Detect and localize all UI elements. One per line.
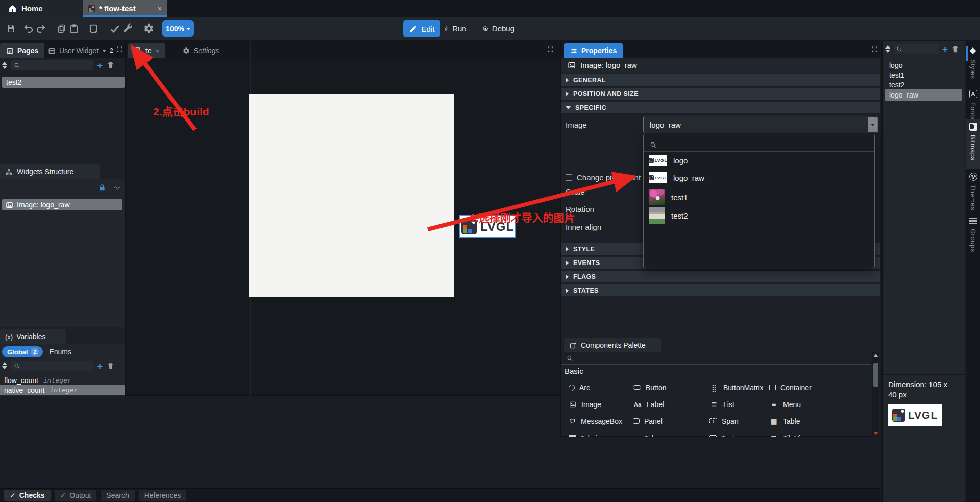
page-item-label: test2 [6,78,21,86]
signal-zigzag-icon[interactable] [113,184,121,192]
palette-item-image[interactable]: Image [569,396,633,413]
expand-icon[interactable] [871,46,878,53]
section-label: STATES [573,287,599,294]
scroll-down-arrow-icon[interactable] [873,432,878,435]
lock-icon[interactable] [98,184,106,192]
expand-icon[interactable] [547,46,554,53]
tab-user-widgets[interactable]: User Widget 2 [42,43,115,58]
variables-search-input[interactable] [11,361,93,371]
close-icon[interactable]: × [156,47,160,55]
combobox-arrow-button[interactable] [868,117,877,132]
palette-item-messagebox[interactable]: MessageBox [569,413,633,429]
components-palette-header[interactable]: Components Palette [564,338,661,352]
sort-icon[interactable] [2,362,7,369]
tab-open-page[interactable]: te × [128,43,165,58]
edit-mode-button[interactable]: Edit [403,20,440,37]
widgets-structure-header[interactable]: Widgets Structure [0,164,100,179]
asset-item-logo-raw-selected[interactable]: logo_raw [885,89,962,101]
side-tab-bitmaps[interactable]: Bitmaps [966,119,980,169]
palette-item-tileview[interactable]: ⊞TileView [769,429,866,437]
dropdown-option-test1[interactable]: test1 [644,188,874,206]
add-page-button[interactable]: + [97,61,103,70]
asset-item-logo[interactable]: logo [883,60,965,70]
variable-row[interactable]: flow_count integer [0,375,125,385]
section-specific[interactable]: SPECIFIC [561,102,880,114]
redo-button[interactable] [34,17,47,40]
asset-item-test1[interactable]: test1 [883,70,965,80]
status-tab-references[interactable]: References [139,490,187,501]
close-icon[interactable]: × [158,5,162,13]
assets-search-input[interactable] [894,44,939,54]
delete-variable-trash-icon[interactable] [107,362,115,370]
section-states[interactable]: STATES [561,284,880,297]
tab-settings[interactable]: Settings [177,43,226,58]
delete-bitmap-trash-icon[interactable] [951,45,959,53]
palette-item-table[interactable]: ▦Table [769,413,866,429]
palette-search-input[interactable] [561,352,871,365]
delete-page-trash-icon[interactable] [107,61,115,69]
expand-icon[interactable] [116,46,123,53]
add-variable-button[interactable]: + [97,361,103,371]
copy-button[interactable] [55,17,68,40]
run-button[interactable]: Run Debug [443,17,514,40]
tab-home[interactable]: Home [0,0,83,17]
palette-item-menu[interactable]: ≡Menu [769,396,866,413]
check-icon: ✓ [10,491,16,499]
palette-scrollbar[interactable] [872,352,879,437]
zoom-level-button[interactable]: 100% [162,20,194,37]
widget-tree-item[interactable]: Image: logo_raw [2,199,122,210]
palette-item-buttonmatrix[interactable]: ⣿ButtonMatrix [709,379,769,396]
scrollbar-thumb[interactable] [873,363,878,387]
palette-item-label-widget[interactable]: AaLabel [633,396,709,413]
tab-pages[interactable]: Pages [0,43,44,58]
pages-search-input[interactable] [11,60,93,70]
asset-item-test2[interactable]: test2 [883,80,965,90]
dropdown-option-logo[interactable]: LVGL logo [644,154,874,167]
palette-item-span[interactable]: TSpan [709,413,769,429]
dropdown-search-input[interactable] [644,138,874,152]
save-button[interactable] [4,17,17,40]
dropdown-option-test2[interactable]: test2 [644,207,874,224]
palette-item-list[interactable]: ≣List [709,396,769,413]
status-tab-checks[interactable]: ✓ Checks [4,490,51,501]
paste-button[interactable] [67,17,81,40]
widget-library-button[interactable] [87,17,101,40]
section-flags[interactable]: FLAGS [561,271,880,283]
add-bitmap-button[interactable]: + [942,44,948,54]
dropdown-option-logo-raw[interactable]: LVGL logo_raw [644,171,874,184]
lvgl-editor-window: Home * flow-test × 100% Edit Run Debug [0,0,980,502]
palette-item-container[interactable]: Container [769,379,866,396]
variables-header[interactable]: (x) Variables [0,329,66,344]
palette-item-panel[interactable]: Panel [633,413,709,429]
scroll-up-arrow-icon[interactable] [873,354,878,357]
check-build-button[interactable] [108,17,122,40]
image-select-combobox[interactable]: logo_raw [643,116,878,133]
tab-properties[interactable]: Properties [564,43,623,58]
palette-item-tabview[interactable]: Tabview [569,429,633,437]
design-canvas[interactable]: LVGL [249,94,454,297]
palette-item-button[interactable]: Button [633,379,709,396]
build-wrench-button[interactable] [120,17,135,40]
settings-gear-button[interactable] [141,17,156,40]
change-pivot-checkbox[interactable] [566,174,572,181]
palette-item-textarea[interactable]: Textarea [709,429,769,437]
section-general[interactable]: GENERAL [561,74,880,87]
tab-enums[interactable]: Enums [49,348,71,356]
selected-image-widget[interactable]: LVGL [459,215,516,238]
side-tab-groups[interactable]: Groups [966,213,980,257]
palette-item-tab[interactable]: Tab [633,429,709,437]
status-tab-output[interactable]: ✓ Output [55,490,97,501]
change-pivot-row[interactable]: Change pivot point [566,173,641,182]
messagebox-icon [569,418,576,425]
page-list-item[interactable]: test2 [2,77,125,88]
tab-document-flow-test[interactable]: * flow-test × [83,0,167,17]
sort-icon[interactable] [885,45,890,53]
sort-icon[interactable] [2,62,7,69]
variable-row-selected[interactable]: native_count integer [0,385,125,395]
side-tab-styles[interactable]: Styles [966,44,980,87]
tab-global-variables[interactable]: Global 2 [2,346,43,357]
palette-item-arc[interactable]: Arc [569,379,633,396]
section-position-and-size[interactable]: POSITION AND SIZE [561,88,880,101]
status-tab-search[interactable]: Search [101,490,134,501]
side-tab-themes[interactable]: Themes [966,170,980,213]
